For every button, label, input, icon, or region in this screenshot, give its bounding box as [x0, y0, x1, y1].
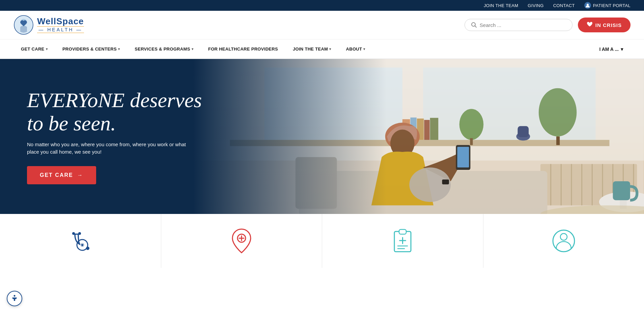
- stethoscope-icon: [67, 227, 94, 254]
- card-patient[interactable]: [483, 214, 644, 268]
- hero-subtitle: No matter who you are, where you come fr…: [27, 141, 189, 156]
- logo[interactable]: WellSpace — HEALTH —: [13, 15, 88, 35]
- services-chevron-icon: ▾: [192, 47, 193, 51]
- svg-point-37: [410, 167, 451, 202]
- search-icon: [471, 22, 477, 28]
- join-team-chevron-icon: ▾: [329, 47, 331, 51]
- nav-for-healthcare[interactable]: FOR HEALTHCARE PROVIDERS: [201, 40, 285, 58]
- in-crisis-label: IN CRISIS: [595, 22, 622, 28]
- nav-services-programs[interactable]: SERVICES & PROGRAMS ▾: [127, 40, 201, 58]
- get-care-label: GET CARE: [40, 172, 73, 178]
- svg-rect-53: [399, 229, 406, 234]
- svg-point-17: [539, 88, 577, 136]
- get-care-button[interactable]: GET CARE →: [27, 166, 96, 184]
- svg-rect-18: [556, 136, 560, 145]
- logo-wellspace: WellSpace: [37, 17, 84, 26]
- nav-about-label: ABOUT: [346, 46, 362, 52]
- topbar-contact[interactable]: CONTACT: [553, 3, 575, 8]
- svg-rect-20: [518, 126, 529, 137]
- hero-title-line1: EVERYoNE deserves: [27, 89, 202, 112]
- nav-bar: GET CARE ▾ PROVIDERS & CENTERS ▾ SERVICE…: [0, 39, 644, 59]
- i-am-a-dropdown[interactable]: I AM A ... ▾: [592, 40, 631, 58]
- nav-providers-centers[interactable]: PROVIDERS & CENTERS ▾: [55, 40, 127, 58]
- hero-section: EVERYoNE deserves to be seen. No matter …: [0, 59, 644, 214]
- nav-for-healthcare-label: FOR HEALTHCARE PROVIDERS: [208, 46, 278, 52]
- svg-rect-38: [442, 180, 449, 184]
- providers-chevron-icon: ▾: [118, 47, 120, 51]
- nav-items: GET CARE ▾ PROVIDERS & CENTERS ▾ SERVICE…: [13, 40, 592, 58]
- nav-right: I AM A ... ▾: [592, 40, 631, 58]
- patient-portal-link[interactable]: PATIENT PORTAL: [593, 3, 631, 8]
- person-circle-icon: [550, 227, 577, 254]
- card-services[interactable]: [322, 214, 483, 268]
- cards-row: [0, 214, 644, 268]
- in-crisis-button[interactable]: IN CRISIS: [578, 18, 631, 32]
- topbar-giving[interactable]: GIVING: [528, 3, 543, 8]
- nav-get-care[interactable]: GET CARE ▾: [13, 40, 55, 58]
- svg-point-46: [72, 232, 75, 235]
- card-primary-care[interactable]: [0, 214, 161, 268]
- i-am-a-label: I AM A ...: [599, 46, 619, 52]
- svg-point-59: [560, 233, 567, 240]
- nav-join-team[interactable]: JOIN THE TEAM ▾: [285, 40, 339, 58]
- header-right: IN CRISIS: [465, 18, 631, 32]
- search-input[interactable]: [480, 22, 566, 28]
- i-am-a-chevron-icon: ▾: [621, 46, 623, 52]
- card-find-location[interactable]: [161, 214, 323, 268]
- topbar-patient-portal[interactable]: PATIENT PORTAL: [584, 2, 631, 9]
- svg-rect-14: [430, 118, 439, 140]
- svg-rect-16: [470, 138, 473, 145]
- svg-rect-41: [613, 181, 630, 200]
- nav-get-care-label: GET CARE: [21, 46, 45, 52]
- top-bar: JOIN THE TEAM GIVING CONTACT PATIENT POR…: [0, 0, 644, 11]
- nav-about[interactable]: ABOUT ▾: [339, 40, 373, 58]
- logo-health: — HEALTH —: [37, 26, 84, 33]
- about-chevron-icon: ▾: [363, 47, 365, 51]
- svg-rect-36: [457, 147, 469, 167]
- crisis-heart-icon: [587, 22, 593, 28]
- hero-title: EVERYoNE deserves to be seen.: [27, 89, 202, 134]
- hero-title-line2: to be seen.: [27, 112, 202, 135]
- svg-point-48: [86, 247, 89, 250]
- topbar-join-team[interactable]: JOIN THE TEAM: [484, 3, 518, 8]
- clipboard-icon: [392, 227, 414, 254]
- portal-person-icon: [584, 2, 591, 9]
- nav-services-programs-label: SERVICES & PROGRAMS: [135, 46, 190, 52]
- hero-content: EVERYoNE deserves to be seen. No matter …: [0, 89, 229, 184]
- get-care-arrow-icon: →: [77, 172, 83, 178]
- get-care-chevron-icon: ▾: [46, 47, 48, 51]
- logo-icon: [13, 15, 34, 35]
- svg-point-15: [459, 109, 484, 140]
- location-pin-icon: [230, 227, 253, 254]
- logo-text: WellSpace — HEALTH —: [37, 17, 84, 33]
- nav-providers-centers-label: PROVIDERS & CENTERS: [62, 46, 117, 52]
- search-box[interactable]: [465, 19, 572, 31]
- svg-line-4: [475, 26, 476, 28]
- header: WellSpace — HEALTH — IN CRISIS: [0, 11, 644, 39]
- svg-point-47: [78, 232, 81, 235]
- nav-join-team-label: JOIN THE TEAM: [293, 46, 328, 52]
- svg-rect-13: [424, 120, 430, 140]
